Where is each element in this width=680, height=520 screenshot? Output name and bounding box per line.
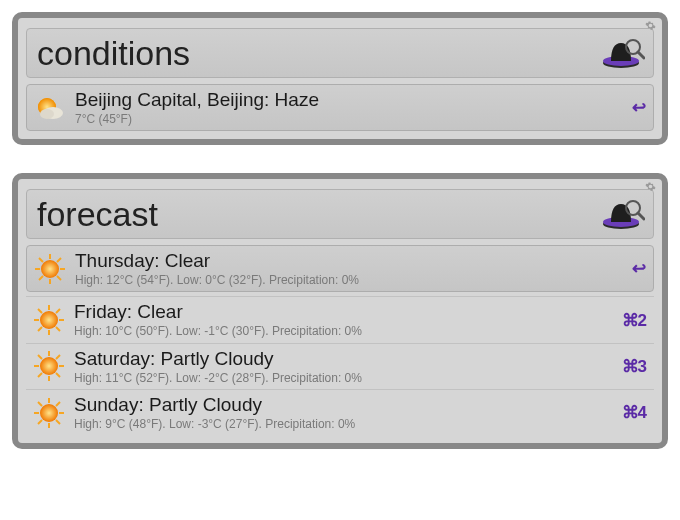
result-subtitle: 7°C (45°F) <box>75 112 622 126</box>
svg-line-44 <box>56 420 60 424</box>
result-subtitle: High: 10°C (50°F). Low: -1°C (30°F). Pre… <box>74 324 612 338</box>
gear-icon[interactable] <box>645 20 656 33</box>
result-row[interactable]: Thursday: Clear High: 12°C (54°F). Low: … <box>26 245 654 292</box>
result-text: Thursday: Clear High: 12°C (54°F). Low: … <box>75 250 622 287</box>
svg-point-7 <box>40 109 54 119</box>
result-title: Beijing Capital, Beijing: Haze <box>75 89 622 111</box>
svg-line-26 <box>56 327 60 331</box>
svg-point-29 <box>40 311 58 329</box>
shortcut-badge: ⌘2 <box>622 310 646 331</box>
result-text: Saturday: Partly Cloudy High: 11°C (52°F… <box>74 348 612 385</box>
result-subtitle: High: 11°C (52°F). Low: -2°C (28°F). Pre… <box>74 371 612 385</box>
svg-point-47 <box>40 404 58 422</box>
result-subtitle: High: 12°C (54°F). Low: 0°C (32°F). Prec… <box>75 273 622 287</box>
svg-line-45 <box>38 420 42 424</box>
result-row[interactable]: Saturday: Partly Cloudy High: 11°C (52°F… <box>26 343 654 389</box>
svg-line-27 <box>38 327 42 331</box>
search-row <box>26 189 654 239</box>
shortcut-badge: ⌘3 <box>622 356 646 377</box>
svg-line-18 <box>39 276 43 280</box>
result-text: Friday: Clear High: 10°C (50°F). Low: -1… <box>74 301 612 338</box>
weather-sun-icon <box>32 349 66 383</box>
shortcut-badge: ⌘4 <box>622 402 646 423</box>
svg-point-38 <box>40 357 58 375</box>
svg-line-28 <box>56 309 60 313</box>
alfred-panel-forecast: Thursday: Clear High: 12°C (54°F). Low: … <box>12 173 668 449</box>
svg-line-16 <box>39 258 43 262</box>
svg-line-3 <box>638 52 644 58</box>
svg-line-36 <box>38 373 42 377</box>
svg-point-20 <box>41 260 59 278</box>
svg-line-35 <box>56 373 60 377</box>
weather-sun-icon <box>32 396 66 430</box>
alfred-panel-conditions: Beijing Capital, Beijing: Haze 7°C (45°F… <box>12 12 668 145</box>
search-input[interactable] <box>37 195 599 234</box>
result-title: Saturday: Partly Cloudy <box>74 348 612 370</box>
svg-line-46 <box>56 402 60 406</box>
svg-line-11 <box>638 213 644 219</box>
weather-sun-icon <box>33 252 67 286</box>
alfred-logo-icon <box>599 194 645 234</box>
result-text: Sunday: Partly Cloudy High: 9°C (48°F). … <box>74 394 612 431</box>
result-text: Beijing Capital, Beijing: Haze 7°C (45°F… <box>75 89 622 126</box>
shortcut-badge: ↩ <box>632 97 645 118</box>
svg-line-17 <box>57 276 61 280</box>
result-title: Sunday: Partly Cloudy <box>74 394 612 416</box>
result-row[interactable]: Sunday: Partly Cloudy High: 9°C (48°F). … <box>26 389 654 435</box>
result-subtitle: High: 9°C (48°F). Low: -3°C (27°F). Prec… <box>74 417 612 431</box>
weather-cloudy-icon <box>33 91 67 125</box>
result-title: Thursday: Clear <box>75 250 622 272</box>
result-row[interactable]: Friday: Clear High: 10°C (50°F). Low: -1… <box>26 296 654 342</box>
svg-line-34 <box>38 355 42 359</box>
result-title: Friday: Clear <box>74 301 612 323</box>
alfred-logo-icon <box>599 33 645 73</box>
search-input[interactable] <box>37 34 599 73</box>
svg-line-19 <box>57 258 61 262</box>
svg-line-25 <box>38 309 42 313</box>
gear-icon[interactable] <box>645 181 656 194</box>
search-row <box>26 28 654 78</box>
svg-line-37 <box>56 355 60 359</box>
shortcut-badge: ↩ <box>632 258 645 279</box>
result-row[interactable]: Beijing Capital, Beijing: Haze 7°C (45°F… <box>26 84 654 131</box>
svg-line-43 <box>38 402 42 406</box>
weather-sun-icon <box>32 303 66 337</box>
